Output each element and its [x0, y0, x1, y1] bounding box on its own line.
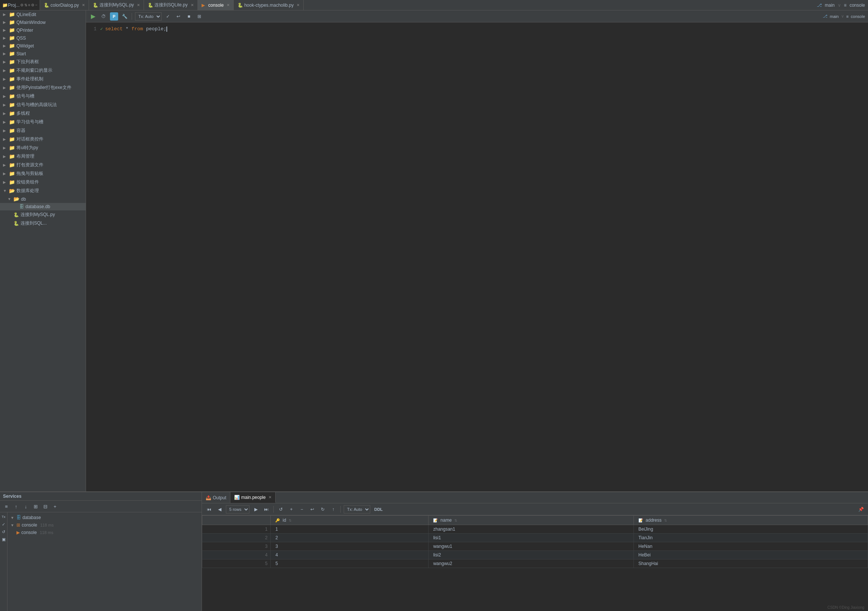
cell-address: BeiJing	[634, 525, 868, 534]
table-header-row: 🔑 id ⇅ 📝 name ⇅ 📝 address ⇅	[202, 516, 868, 525]
services-up-btn[interactable]: ↑	[12, 502, 20, 510]
sidebar-item-multithread[interactable]: ▶ 📁 多线程	[0, 109, 86, 118]
table-row[interactable]: 3 3 wangwu1 HeNan	[202, 542, 868, 551]
close-colorDialog[interactable]: ✕	[82, 3, 85, 7]
code-editor[interactable]: 1 ✓ select * from people;	[86, 22, 868, 492]
main-branch-label[interactable]: main	[825, 3, 835, 8]
wrench-button[interactable]: 🔧	[121, 12, 129, 20]
undo-button[interactable]: ↩	[174, 12, 183, 20]
sort-arrows-address[interactable]: ⇅	[664, 519, 667, 523]
sidebar-item-clipboard[interactable]: ▶ 📁 拖曳与剪贴板	[0, 169, 86, 178]
submit-btn[interactable]: ↻	[319, 505, 327, 514]
table-button[interactable]: ⊞	[195, 12, 203, 20]
sidebar-item-database-db[interactable]: ▶ 🗄 database.db	[0, 203, 86, 210]
prev-page-btn[interactable]: ◀	[215, 505, 224, 514]
sidebar-item-connect-sqlite[interactable]: ▶ 🐍 连接到SQL...	[0, 219, 86, 227]
sidebar-item-dialog[interactable]: ▶ 📁 对话框类控件	[0, 135, 86, 144]
tab-hookCtypes[interactable]: 🐍 hook-ctypes.macholib.py ✕	[234, 0, 304, 10]
stop-button[interactable]: ■	[185, 12, 193, 20]
next-page-btn[interactable]: ▶	[252, 505, 260, 514]
cell-address: ShangHai	[634, 560, 868, 568]
first-page-btn[interactable]: ⏮	[205, 505, 213, 514]
arrow-icon: ▶	[3, 128, 8, 133]
sidebar-item-dropdown[interactable]: ▶ 📁 下拉列表框	[0, 57, 86, 66]
console-name-right[interactable]: console	[850, 3, 865, 8]
sidebar-item-irregular[interactable]: ▶ 📁 不规则窗口的显示	[0, 66, 86, 75]
col-address-label: address	[645, 518, 662, 523]
run-button[interactable]: ▶	[89, 12, 97, 20]
check-button[interactable]: ✓	[164, 12, 172, 20]
close-hookCtypes[interactable]: ✕	[296, 3, 299, 7]
rows-select[interactable]: 5 rows	[226, 505, 250, 514]
services-add-btn[interactable]: +	[51, 502, 59, 510]
main-label[interactable]: main	[830, 14, 839, 19]
services-align-btn[interactable]: ≡	[2, 502, 11, 510]
p-button[interactable]: P	[110, 12, 118, 20]
sidebar-item-container[interactable]: ▶ 📁 容器	[0, 126, 86, 135]
services-down-btn[interactable]: ↓	[22, 502, 30, 510]
refresh-btn[interactable]: ↺	[277, 505, 285, 514]
upload-btn[interactable]: ↑	[329, 505, 337, 514]
remove-row-btn[interactable]: −	[298, 505, 306, 514]
sidebar-item-start[interactable]: ▶ 📁 Start	[0, 50, 86, 57]
sidebar-item-buttons[interactable]: ▶ 📁 按钮类组件	[0, 178, 86, 187]
col-header-id[interactable]: 🔑 id ⇅	[271, 516, 429, 525]
tab-console[interactable]: ▶ console ✕	[198, 0, 234, 10]
tab-connectMySQL[interactable]: 🐍 连接到MySQL.py ✕	[89, 0, 144, 10]
sidebar-item-layout[interactable]: ▶ 📁 布局管理	[0, 152, 86, 161]
undo-side-btn[interactable]: ↺	[1, 529, 7, 535]
services-collapse-btn[interactable]: ⊟	[41, 502, 50, 510]
close-connectSQLite[interactable]: ✕	[191, 3, 194, 7]
sidebar-item-signal[interactable]: ▶ 📁 信号与槽	[0, 92, 86, 101]
tab-main-people[interactable]: 📊 main.people ✕	[230, 492, 276, 503]
table-row[interactable]: 2 2 lisi1 TianJin	[202, 534, 868, 542]
sidebar-item-qprinter[interactable]: ▶ 📁 QPrinter	[0, 26, 86, 34]
table-row[interactable]: 4 4 lisi2 HeBei	[202, 551, 868, 560]
sidebar-item-qss[interactable]: ▶ 📁 QSS	[0, 34, 86, 42]
sort-arrows-id[interactable]: ⇅	[289, 519, 292, 523]
tab-output[interactable]: 📤 Output	[202, 492, 230, 503]
sidebar-item-db-sub[interactable]: ▼ 📂 db	[0, 195, 86, 203]
close-connectMySQL[interactable]: ✕	[137, 3, 140, 7]
table-row[interactable]: 1 1 zhangsan1 BeiJing	[202, 525, 868, 534]
clock-button[interactable]: ⏱	[99, 12, 108, 20]
revert-btn[interactable]: ↩	[308, 505, 316, 514]
tab-connectSQLite[interactable]: 🐍 连接到SQLite.py ✕	[144, 0, 198, 10]
add-row-btn[interactable]: +	[287, 505, 295, 514]
arrow-icon: ▶	[3, 94, 8, 98]
last-page-btn[interactable]: ⏭	[262, 505, 270, 514]
sidebar-item-signal-adv[interactable]: ▶ 📁 信号与槽的高级玩法	[0, 101, 86, 109]
service-database[interactable]: ▼ 🗄 database	[8, 514, 202, 521]
folder-icon: 📁	[9, 93, 15, 99]
sidebar-item-db[interactable]: ▼ 📂 数据库处理	[0, 187, 86, 195]
col-header-name[interactable]: 📝 name ⇅	[429, 516, 634, 525]
sidebar-item-qmainwindow[interactable]: ▶ 📁 QMainWindow	[0, 18, 86, 26]
console-label-toolbar[interactable]: console	[851, 14, 865, 19]
ddl-btn[interactable]: DDL	[372, 505, 384, 514]
sidebar-item-event[interactable]: ▶ 📁 事件处理机制	[0, 75, 86, 84]
table-row[interactable]: 5 5 wangwu2 ShangHai	[202, 560, 868, 568]
sidebar-item-ui2py[interactable]: ▶ 📁 将ui转为py	[0, 144, 86, 152]
sidebar-item-qwidget[interactable]: ▶ 📁 QWidget	[0, 42, 86, 50]
close-main-people[interactable]: ✕	[268, 495, 271, 499]
project-tab[interactable]: 📁 Proj... ⚙ ⇅ ≡ ⚙ −	[0, 0, 40, 10]
tx-select[interactable]: Tx: Auto	[135, 12, 161, 20]
services-expand-btn[interactable]: ⊞	[31, 502, 40, 510]
stop-side-btn[interactable]: ▣	[1, 536, 7, 542]
tab-colorDialog[interactable]: 🐍 colorDialog.py ✕	[40, 0, 89, 10]
sidebar-item-pack[interactable]: ▶ 📁 打包资源文件	[0, 161, 86, 169]
service-console-child[interactable]: ▶ ▶ console 118 ms	[8, 529, 202, 536]
service-console-parent[interactable]: ▼ ⊞ console 118 ms	[8, 521, 202, 529]
check-side-btn[interactable]: ✓	[1, 521, 7, 527]
sidebar-label-qlineedit: QLineEdit	[17, 12, 83, 17]
tx-table-select[interactable]: Tx: Auto	[344, 505, 370, 514]
sidebar-item-learn-signal[interactable]: ▶ 📁 学习信号与槽	[0, 118, 86, 126]
sort-arrows-name[interactable]: ⇅	[454, 519, 457, 523]
col-header-address[interactable]: 📝 address ⇅	[634, 516, 868, 525]
row-num-cell: 3	[202, 542, 271, 551]
close-console[interactable]: ✕	[226, 3, 229, 7]
sidebar-item-connect-mysql[interactable]: ▶ 🐍 连接到MySQL.py	[0, 210, 86, 219]
sidebar-item-pyinstaller[interactable]: ▶ 📁 使用Pyinstaller打包exe文件	[0, 84, 86, 92]
sidebar-item-qlineedit[interactable]: ▶ 📁 QLineEdit	[0, 11, 86, 18]
pin-btn[interactable]: 📌	[857, 505, 865, 514]
